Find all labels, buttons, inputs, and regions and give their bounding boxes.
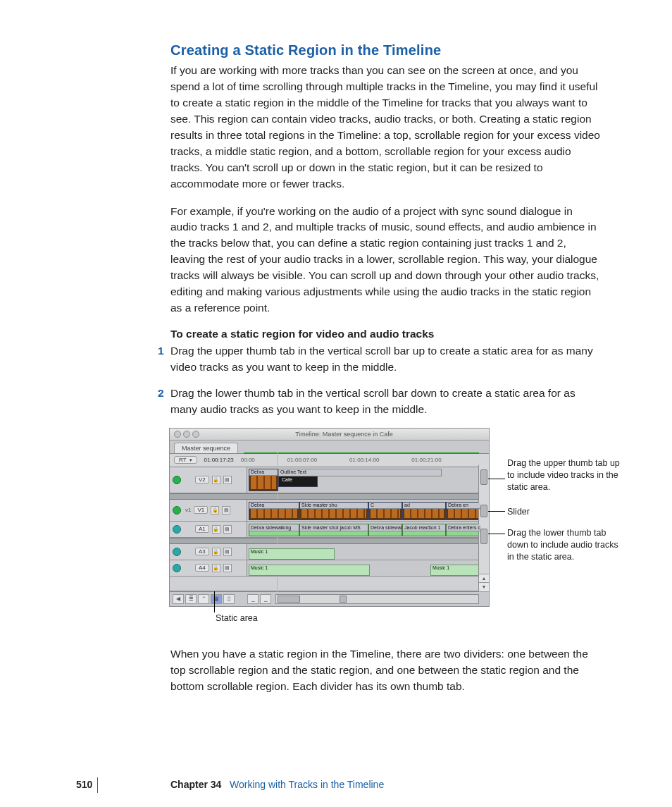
auto-select-icon[interactable]: ▤: [222, 506, 230, 515]
callout-leader: [214, 591, 215, 612]
audible-toggle-icon[interactable]: [173, 525, 181, 534]
audio-clip[interactable]: Debra sidewalking: [249, 524, 299, 536]
audio-clip[interactable]: Debra enters cafe WS: [446, 524, 481, 536]
track-a1[interactable]: A1 🔒 ▤ Debra sidewalking Side master sho…: [170, 522, 489, 538]
callout-leader: [488, 479, 505, 479]
scroll-down-arrow-icon[interactable]: ▾: [479, 582, 489, 592]
traffic-lights-icon[interactable]: [174, 431, 199, 438]
slider-thumb[interactable]: [480, 505, 487, 517]
step-2-text: Drag the lower thumb tab in the vertical…: [170, 387, 575, 415]
video-clip[interactable]: Debra en: [446, 502, 481, 520]
track-header-a3[interactable]: A3 🔒 ▤: [170, 544, 247, 560]
audio-clip[interactable]: Music 1: [249, 565, 370, 576]
rt-menu[interactable]: RT▾: [174, 456, 197, 464]
track-area: V2 🔒 ▤ Debra Cafe Outline Text: [170, 467, 489, 591]
auto-select-icon[interactable]: ▤: [223, 548, 232, 556]
lock-icon[interactable]: 🔒: [212, 548, 220, 556]
track-label[interactable]: A3: [195, 548, 209, 555]
lower-thumb-tab[interactable]: [480, 529, 487, 544]
body-paragraph-1: If you are working with more tracks than…: [170, 63, 602, 192]
ruler-tick: 01:00:07:00: [287, 457, 317, 463]
audio-clip[interactable]: Debra sidewal: [368, 524, 402, 536]
track-v2[interactable]: V2 🔒 ▤ Debra Cafe Outline Text: [170, 467, 489, 493]
video-clip[interactable]: Debra: [249, 502, 299, 520]
audio-clip[interactable]: Music 1: [249, 548, 335, 560]
body-paragraph-2: For example, if you're working on the au…: [170, 204, 602, 317]
callout-static: Static area: [216, 612, 300, 624]
audio-clip[interactable]: Side master shot jacob MS: [299, 524, 368, 536]
track-header-a1[interactable]: A1 🔒 ▤: [170, 522, 247, 537]
audible-toggle-icon[interactable]: [173, 564, 181, 572]
zoom-slider-icon[interactable]: ⎯: [247, 594, 259, 604]
video-clip-outline[interactable]: Outline Text: [278, 469, 442, 476]
timeline-footer: ◀ ≣ ⌃ ▦ ▯ ⎯ ⎯: [170, 591, 489, 606]
lock-icon[interactable]: 🔒: [212, 564, 220, 572]
lock-icon[interactable]: 🔒: [212, 476, 220, 484]
track-label[interactable]: A1: [195, 525, 209, 533]
auto-select-icon[interactable]: ▤: [223, 476, 232, 484]
track-header-v2[interactable]: V2 🔒 ▤: [170, 467, 247, 493]
step-1: 1Drag the upper thumb tab in the vertica…: [170, 343, 602, 376]
callout-leader: [488, 534, 505, 534]
step-1-text: Drag the upper thumb tab in the vertical…: [170, 345, 593, 373]
tool-icon[interactable]: ≣: [185, 594, 197, 604]
zoom-slider-icon[interactable]: ⎯: [260, 594, 271, 604]
chapter-label: Chapter 34: [170, 779, 221, 790]
video-clip[interactable]: Side master sho: [299, 502, 368, 520]
track-label[interactable]: A4: [195, 564, 209, 572]
track-label[interactable]: V2: [195, 476, 209, 483]
visibility-toggle-icon[interactable]: [173, 476, 181, 484]
region-divider-upper[interactable]: [170, 493, 489, 500]
video-clip[interactable]: C: [368, 502, 402, 520]
callout-lower: Drag the lower thumb tab down to include…: [507, 527, 627, 563]
callout-upper: Drag the upper thumb tab up to include v…: [507, 457, 627, 493]
auto-select-icon[interactable]: ▤: [223, 564, 232, 572]
video-clip[interactable]: ad: [402, 502, 446, 520]
callout-leader: [488, 511, 505, 512]
timeline-window: Timeline: Master sequence in Cafe Master…: [169, 428, 490, 607]
footer-text: Chapter 34 Working with Tracks in the Ti…: [170, 779, 384, 790]
zoom-control[interactable]: [278, 596, 300, 603]
visibility-toggle-icon[interactable]: [173, 506, 181, 515]
track-a3[interactable]: A3 🔒 ▤ Music 1: [170, 544, 489, 560]
figure: Timeline: Master sequence in Cafe Master…: [169, 428, 630, 607]
ruler-tick: 00:00: [241, 457, 255, 463]
track-label[interactable]: V1: [194, 506, 208, 514]
current-timecode[interactable]: 01:00:17:23: [204, 457, 234, 463]
chapter-title: Working with Tracks in the Timeline: [230, 779, 384, 790]
tool-icon[interactable]: ▦: [211, 594, 222, 604]
audio-clip[interactable]: Music 1: [430, 565, 481, 576]
lock-icon[interactable]: 🔒: [212, 525, 220, 534]
region-divider-lower[interactable]: [170, 538, 489, 544]
tool-icon[interactable]: ▯: [223, 594, 235, 604]
window-title: Timeline: Master sequence in Cafe: [199, 431, 489, 438]
scroll-thumb[interactable]: [340, 596, 347, 603]
audible-toggle-icon[interactable]: [173, 548, 181, 556]
procedure-heading: To create a static region for video and …: [170, 328, 602, 340]
auto-select-icon[interactable]: ▤: [223, 525, 232, 534]
section-heading: Creating a Static Region in the Timeline: [170, 42, 602, 58]
body-paragraph-3: When you have a static region in the Tim…: [170, 646, 602, 695]
ruler-tick: 01:00:21:00: [411, 457, 441, 463]
tool-icon[interactable]: ◀: [173, 594, 184, 604]
step-2: 2Drag the lower thumb tab in the vertica…: [170, 386, 602, 418]
tool-icon[interactable]: ⌃: [198, 594, 209, 604]
audio-clip[interactable]: Jacob reaction 1: [402, 524, 446, 536]
footer-rule: [97, 777, 98, 793]
lock-icon[interactable]: 🔒: [211, 506, 219, 515]
track-header-v1[interactable]: v1 V1 🔒 ▤: [170, 500, 247, 521]
video-clip[interactable]: Debra: [249, 469, 278, 491]
window-titlebar: Timeline: Master sequence in Cafe: [170, 429, 489, 441]
track-header-a4[interactable]: A4 🔒 ▤: [170, 560, 247, 576]
page-number: 510: [76, 779, 92, 790]
sequence-tab[interactable]: Master sequence: [174, 443, 238, 453]
ruler-tick: 01:00:14:00: [349, 457, 379, 463]
callout-slider: Slider: [507, 506, 627, 518]
source-patch[interactable]: v1: [185, 507, 191, 513]
horizontal-scrollbar[interactable]: [275, 594, 479, 604]
track-v1[interactable]: v1 V1 🔒 ▤ Debra Side master sho C ad Deb…: [170, 500, 489, 522]
upper-thumb-tab[interactable]: [480, 469, 487, 485]
render-bar: [244, 452, 479, 454]
track-a4[interactable]: A4 🔒 ▤ Music 1 Music 1: [170, 560, 489, 577]
timeline-ruler[interactable]: RT▾ 01:00:17:23 00:00 01:00:07:00 01:00:…: [170, 454, 489, 467]
